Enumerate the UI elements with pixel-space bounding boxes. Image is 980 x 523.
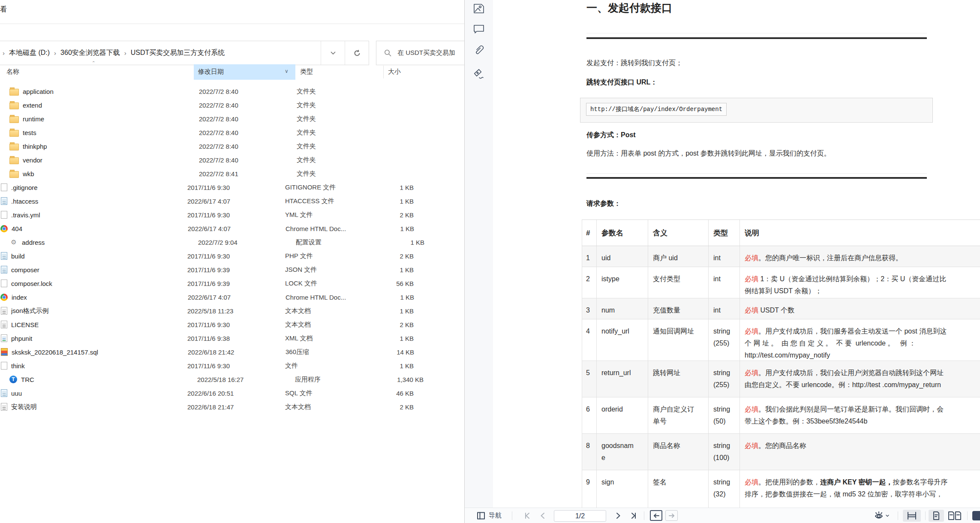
first-page-button[interactable] — [523, 511, 532, 520]
search-input[interactable]: 在 USDT买卖交易加 — [376, 41, 465, 65]
file-date: 2017/11/6 9:30 — [178, 362, 280, 370]
rule-thick — [586, 37, 927, 39]
file-row[interactable]: build2017/11/6 9:30PHP 文件2 KB — [0, 249, 464, 263]
file-name: .travis.yml — [11, 211, 178, 219]
params-table-cell: 2 — [582, 267, 596, 298]
single-page-button[interactable] — [929, 510, 944, 522]
file-row[interactable]: tests2022/7/2 8:40文件夹 — [0, 126, 464, 139]
file-row[interactable]: wkb2022/7/2 8:41文件夹 — [0, 167, 464, 180]
file-row[interactable]: runtime2022/7/2 8:40文件夹 — [0, 112, 464, 126]
two-page-button[interactable] — [946, 510, 964, 522]
file-row[interactable]: LICENSE2017/11/6 9:30文本文档2 KB — [0, 318, 464, 331]
attachment-button[interactable] — [472, 43, 486, 57]
params-table-cell: sign — [596, 470, 648, 508]
ribbon-tab-partial[interactable]: 看 — [0, 5, 7, 14]
signature-button[interactable] — [472, 67, 486, 81]
file-row[interactable]: uuu2022/6/16 20:51SQL 文件46 KB — [0, 386, 464, 400]
file-row[interactable]: 4042022/6/17 4:07Chrome HTML Doc...1 KB — [0, 222, 464, 235]
breadcrumb-item-drive[interactable]: 本地磁盘 (D:) — [6, 48, 52, 57]
params-table-cell: 必填。您的商品名称 — [740, 434, 980, 470]
folder-icon — [9, 171, 19, 178]
params-table-cell: 1 — [582, 246, 596, 267]
params-table-cell: int — [708, 246, 740, 267]
params-table-cell: int — [708, 298, 740, 319]
params-table-header-cell: 类型 — [708, 220, 740, 246]
doc-icon — [1, 280, 7, 287]
page-indicator-input[interactable]: 1/2 — [554, 510, 606, 522]
file-date: 2022/7/2 8:41 — [190, 170, 292, 177]
file-date: 2017/11/6 9:39 — [178, 280, 280, 287]
refresh-button[interactable] — [345, 41, 369, 65]
file-row[interactable]: composer2017/11/6 9:39JSON 文件1 KB — [0, 263, 464, 277]
file-row[interactable]: composer.lock2017/11/6 9:39LOCK 文件56 KB — [0, 277, 464, 290]
file-name: application — [23, 88, 190, 95]
file-row[interactable]: .gitignore2017/11/6 9:30GITIGNORE 文件1 KB — [0, 180, 464, 194]
file-row[interactable]: thinkphp2022/7/2 8:40文件夹 — [0, 139, 464, 153]
two-page-icon — [948, 511, 962, 520]
file-row[interactable]: phpunit2017/11/6 9:38XML 文档1 KB — [0, 331, 464, 345]
forward-view-button[interactable] — [665, 510, 678, 521]
address-bar[interactable]: › 本地磁盘 (D:) › 360安全浏览器下载 › USDT买卖交易加三方支付… — [0, 41, 369, 65]
address-dropdown-button[interactable] — [321, 41, 345, 65]
file-row[interactable]: .travis.yml2017/11/6 9:30YML 文件2 KB — [0, 208, 464, 222]
last-page-button[interactable] — [628, 511, 638, 520]
params-table-header-cell: # — [582, 220, 596, 246]
ribbon-divider — [0, 24, 464, 24]
breadcrumb-item-downloads[interactable]: 360安全浏览器下载 — [58, 48, 123, 57]
file-row[interactable]: 安装说明2022/6/18 21:47文本文档2 KB — [0, 400, 464, 414]
back-view-button[interactable] — [650, 510, 662, 521]
column-header-date[interactable]: 修改日期 — [198, 68, 224, 76]
toolbar-divider — [512, 511, 512, 520]
nav-label[interactable]: 导航 — [489, 511, 502, 520]
params-table-cell: 必填。我们会据此判别是同一笔订单还是新订单。我们回调时，会带上这个参数。例：35… — [740, 397, 980, 433]
column-header-name[interactable]: 名称 — [6, 68, 19, 76]
params-table-cell: string(100) — [708, 434, 740, 470]
breadcrumb-item-folder[interactable]: USDT买卖交易加三方支付系统 — [128, 48, 228, 57]
file-row[interactable]: vendor2022/7/2 8:40文件夹 — [0, 153, 464, 167]
column-header-type[interactable]: 类型 — [300, 68, 313, 76]
search-icon — [384, 49, 391, 57]
file-row[interactable]: extend2022/7/2 8:40文件夹 — [0, 98, 464, 112]
eye-protect-button[interactable] — [873, 510, 890, 521]
note-icon — [1, 252, 7, 260]
doc-icon — [1, 211, 7, 219]
file-type: JSON 文件 — [280, 266, 368, 274]
file-name: .gitignore — [11, 184, 178, 191]
file-date: 2022/7/2 9:04 — [189, 239, 291, 246]
rule-thin — [586, 173, 927, 174]
file-size: 1,340 KB — [378, 376, 425, 383]
prev-page-button[interactable] — [538, 511, 548, 520]
file-name: sksksk_20220618_214157.sql — [12, 349, 179, 356]
image-annotation-button[interactable] — [472, 2, 486, 15]
params-table-cell: 9 — [582, 470, 596, 508]
next-page-button[interactable] — [613, 511, 622, 520]
file-row[interactable]: json格式示例2022/5/18 11:23文本文档1 KB — [0, 304, 464, 318]
breadcrumb-chevron-icon: › — [52, 49, 58, 57]
file-size: 56 KB — [368, 280, 415, 287]
params-table-cell: 8 — [582, 434, 596, 470]
file-date: 2022/6/16 20:51 — [178, 390, 280, 397]
note-icon — [1, 266, 7, 274]
params-table-row: 1uid商户 uidint必填。您的商户唯一标识，注册后在商户信息获得。 — [582, 246, 980, 267]
file-type: XML 文档 — [280, 334, 368, 343]
column-header-size[interactable]: 大小 — [388, 68, 401, 76]
file-row[interactable]: application2022/7/2 8:40文件夹 — [0, 84, 464, 98]
file-row[interactable]: .htaccess2022/6/17 4:07HTACCESS 文件1 KB — [0, 194, 464, 208]
fit-width-button[interactable] — [903, 510, 921, 522]
comment-button[interactable] — [472, 22, 486, 36]
file-row[interactable]: ⚙address2022/7/2 9:04配置设置1 KB — [0, 235, 464, 249]
breadcrumb: › 本地磁盘 (D:) › 360安全浏览器下载 › USDT买卖交易加三方支付… — [0, 48, 321, 57]
file-row[interactable]: index2022/6/17 4:07Chrome HTML Doc...1 K… — [0, 290, 464, 304]
nav-panel-button[interactable] — [476, 511, 486, 521]
file-row[interactable]: TTRC2022/5/18 16:27应用程序1,340 KB — [0, 373, 464, 386]
filter-chevron-icon[interactable]: ∨ — [285, 68, 289, 74]
file-row[interactable]: sksksk_20220618_214157.sql2022/6/18 21:4… — [0, 345, 464, 359]
params-table-cell: 充值数量 — [648, 298, 708, 319]
file-row[interactable]: think2017/11/6 9:30文件1 KB — [0, 359, 464, 373]
file-date: 2017/11/6 9:30 — [178, 184, 280, 191]
params-table-cell: string(255) — [708, 361, 740, 397]
zoom-control-partial[interactable] — [972, 511, 980, 520]
comment-icon — [473, 24, 484, 34]
file-size: 2 KB — [368, 321, 415, 328]
file-name: thinkphp — [23, 143, 190, 150]
